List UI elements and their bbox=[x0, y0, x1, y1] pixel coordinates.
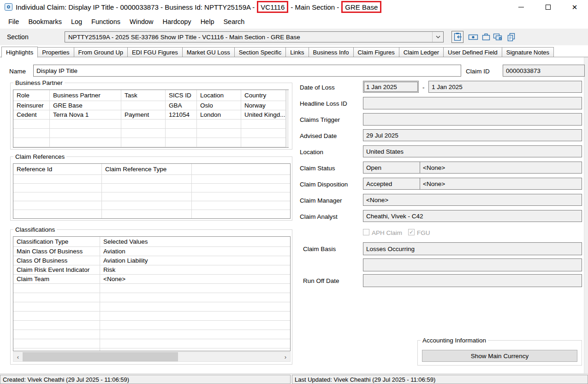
claim-disposition-secondary-field[interactable]: <None> bbox=[420, 178, 582, 190]
tab[interactable]: Business Info bbox=[309, 47, 354, 57]
scrollbar-track[interactable] bbox=[23, 352, 281, 361]
copy-pages-button[interactable] bbox=[505, 31, 517, 43]
menu-item[interactable]: Help bbox=[196, 16, 219, 27]
paste-from-clipboard-button[interactable] bbox=[451, 31, 463, 43]
table-row[interactable] bbox=[13, 138, 288, 147]
date-of-loss-to-field[interactable]: 1 Jan 2025 bbox=[428, 81, 582, 93]
classifications-horizontal-scrollbar[interactable]: ‹ › bbox=[13, 352, 291, 362]
claim-status-secondary-field[interactable]: <None> bbox=[420, 162, 582, 174]
table-row[interactable] bbox=[13, 201, 290, 210]
advised-date-field[interactable]: 29 Jul 2025 bbox=[363, 129, 582, 141]
claim-manager-field[interactable]: <None> bbox=[363, 194, 582, 206]
table-row[interactable] bbox=[13, 339, 290, 348]
tab[interactable]: EDI FGU Figures bbox=[128, 47, 183, 57]
tab[interactable]: Properties bbox=[38, 47, 74, 57]
menu-item[interactable]: Window bbox=[125, 16, 158, 27]
minimize-button[interactable] bbox=[508, 0, 535, 14]
table-row[interactable] bbox=[13, 129, 288, 138]
tab[interactable]: Links bbox=[286, 47, 309, 57]
tab[interactable]: Claim Figures bbox=[354, 47, 399, 57]
table-row[interactable]: Main Class Of Business Aviation bbox=[13, 247, 290, 256]
menu-item[interactable]: Log bbox=[66, 16, 87, 27]
table-row[interactable] bbox=[13, 293, 290, 302]
banknote-button[interactable] bbox=[467, 31, 479, 43]
table-row[interactable] bbox=[13, 210, 290, 219]
claim-analyst-field[interactable]: Cheathi, Vivek - C42 bbox=[363, 210, 582, 222]
picture-currency-button[interactable]: s bbox=[492, 31, 504, 43]
tab[interactable]: User Defined Field bbox=[444, 47, 502, 57]
menu-item[interactable]: Hardcopy bbox=[158, 16, 196, 27]
table-row[interactable] bbox=[13, 120, 288, 129]
tab[interactable]: Market GU Loss bbox=[183, 47, 235, 57]
table-cell bbox=[13, 129, 50, 138]
table-row[interactable] bbox=[13, 302, 290, 312]
table-cell bbox=[13, 293, 100, 302]
chevron-down-icon[interactable] bbox=[432, 32, 443, 42]
tab[interactable]: Highlights bbox=[1, 47, 38, 58]
headline-loss-id-label: Headline Loss ID bbox=[300, 100, 347, 107]
table-cell: Payment bbox=[121, 110, 166, 119]
column-header[interactable]: Task bbox=[121, 90, 166, 101]
date-of-loss-from-field[interactable]: 1 Jan 2025 bbox=[363, 81, 419, 93]
menu-item[interactable]: Bookmarks bbox=[24, 16, 66, 27]
table-cell: 121054 bbox=[166, 110, 197, 119]
column-header[interactable]: Business Partner bbox=[50, 90, 121, 101]
column-header[interactable]: Location bbox=[197, 90, 241, 101]
column-header[interactable]: SICS ID bbox=[166, 90, 197, 101]
table-cell bbox=[13, 339, 100, 348]
tab[interactable]: Claim Ledger bbox=[399, 47, 444, 57]
table-row[interactable] bbox=[13, 321, 290, 330]
location-field[interactable]: United States bbox=[363, 145, 582, 157]
claim-status-field[interactable]: Open bbox=[363, 162, 420, 174]
table-row[interactable]: Class Of Business Aviation Liability bbox=[13, 256, 290, 265]
table-row[interactable] bbox=[13, 175, 290, 184]
table-row[interactable] bbox=[13, 348, 290, 351]
tab[interactable]: Signature Notes bbox=[502, 47, 554, 57]
headline-loss-id-field bbox=[363, 97, 582, 109]
column-header[interactable] bbox=[192, 164, 290, 174]
column-header[interactable]: Classification Type bbox=[13, 237, 100, 246]
claim-disposition-label: Claim Disposition bbox=[300, 181, 348, 188]
fgu-checkbox[interactable] bbox=[408, 229, 415, 235]
tab[interactable]: Section Specific bbox=[235, 47, 286, 57]
column-header[interactable]: Role bbox=[13, 90, 50, 101]
section-combobox[interactable]: NPTTY25159A - 2025 SE-33786 Show IP Titl… bbox=[65, 31, 444, 42]
menu-item[interactable]: File bbox=[4, 16, 24, 27]
table-row[interactable] bbox=[13, 330, 290, 339]
page-vertical-scrollbar[interactable] bbox=[584, 57, 588, 374]
table-row[interactable]: Claim Risk Event Indicator Risk bbox=[13, 265, 290, 275]
name-input[interactable] bbox=[33, 65, 461, 77]
table-cell bbox=[13, 330, 100, 339]
table-row[interactable] bbox=[13, 284, 290, 293]
scroll-left-icon[interactable]: ‹ bbox=[13, 352, 23, 361]
table-row[interactable] bbox=[13, 192, 290, 201]
claim-disposition-field[interactable]: Accepted bbox=[363, 178, 420, 190]
table-cell bbox=[13, 284, 100, 293]
close-button[interactable]: ✕ bbox=[561, 0, 588, 14]
individual-claim-window: Individual Claim: Display IP Title - 000… bbox=[0, 0, 588, 384]
menu-item[interactable]: Functions bbox=[87, 16, 125, 27]
table-cell bbox=[192, 192, 290, 201]
column-header[interactable]: Reference Id bbox=[13, 164, 102, 174]
aph-claim-checkbox[interactable] bbox=[363, 229, 369, 235]
table-row[interactable]: Claim Team <None> bbox=[13, 275, 290, 284]
column-header[interactable]: Claim Reference Type bbox=[102, 164, 192, 174]
show-main-currency-button[interactable]: Show Main Currency bbox=[422, 350, 577, 362]
table-row[interactable]: Reinsurer GRE Base GBA Oslo Norway bbox=[13, 101, 288, 110]
maximize-button[interactable] bbox=[535, 0, 561, 14]
scrollbar-thumb[interactable] bbox=[23, 352, 178, 361]
claim-basis-secondary-field bbox=[363, 258, 582, 271]
window-title-prefix: Individual Claim: Display IP Title - 000… bbox=[16, 3, 255, 11]
briefcase-button[interactable] bbox=[480, 31, 492, 43]
column-header[interactable]: Country bbox=[241, 90, 288, 101]
scroll-right-icon[interactable]: › bbox=[281, 352, 290, 361]
business-partner-scrollbar[interactable] bbox=[285, 90, 289, 147]
column-header[interactable]: Selected Values bbox=[100, 237, 290, 246]
table-row[interactable] bbox=[13, 184, 290, 192]
table-row[interactable]: Cedent Terra Nova 1 Payment 121054 Londo… bbox=[13, 110, 288, 120]
menu-item[interactable]: Search bbox=[219, 16, 249, 27]
claim-basis-field[interactable]: Losses Occurring bbox=[363, 242, 582, 255]
tab[interactable]: From Ground Up bbox=[74, 47, 128, 57]
table-row[interactable] bbox=[13, 312, 290, 321]
title-highlight-vc1116: VC1116 bbox=[261, 3, 285, 11]
